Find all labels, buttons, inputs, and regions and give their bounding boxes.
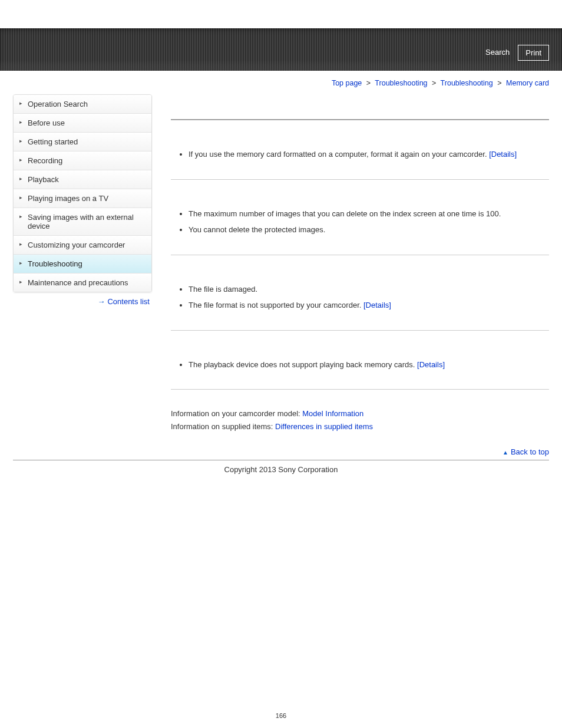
sidebar-item-playing-tv[interactable]: Playing images on a TV [14, 189, 151, 208]
details-link[interactable]: [Details] [417, 360, 445, 369]
breadcrumb: Top page > Troubleshooting > Troubleshoo… [0, 71, 562, 92]
sidebar-item-label: Maintenance and precautions [28, 278, 128, 287]
sidebar-item-label: Getting started [28, 137, 78, 146]
header-band: Search Print [0, 28, 562, 71]
model-prefix: Information on your camcorder model: [171, 409, 302, 418]
item-text: The file is damaged. [189, 285, 257, 294]
list-item: If you use the memory card formatted on … [189, 149, 549, 160]
contents-list-link[interactable]: Contents list [107, 297, 150, 306]
list-item: The playback device does not support pla… [189, 359, 549, 371]
supplied-prefix: Information on supplied items: [171, 422, 275, 431]
sidebar-item-label: Playing images on a TV [28, 194, 108, 203]
contents-list-row: →Contents list [13, 292, 152, 306]
section-format: If you use the memory card formatted on … [171, 120, 549, 176]
sidebar-item-label: Recording [28, 156, 62, 165]
breadcrumb-link-ts1[interactable]: Troubleshooting [375, 79, 427, 87]
top-spacer [0, 0, 562, 28]
list-item: The file format is not supported by your… [189, 299, 549, 311]
header-fade [0, 60, 562, 71]
breadcrumb-link-top[interactable]: Top page [332, 79, 362, 87]
breadcrumb-sep: > [432, 79, 436, 87]
sidebar-item-customizing[interactable]: Customizing your camcorder [14, 236, 151, 255]
sidebar-item-label: Before use [28, 118, 65, 127]
sidebar-item-getting-started[interactable]: Getting started [14, 133, 151, 151]
main-content: If you use the memory card formatted on … [152, 92, 549, 460]
breadcrumb-link-ts2[interactable]: Troubleshooting [441, 79, 493, 87]
sidebar-item-label: Saving images with an external device [28, 213, 134, 230]
arrow-right-icon: → [97, 297, 105, 306]
sidebar-item-before-use[interactable]: Before use [14, 114, 151, 133]
section-playback-device: The playback device does not support pla… [171, 330, 549, 386]
sidebar-item-label: Customizing your camcorder [28, 241, 125, 249]
info-block: Information on your camcorder model: Mod… [171, 389, 549, 440]
supplied-info-row: Information on supplied items: Differenc… [171, 420, 549, 433]
search-link[interactable]: Search [483, 45, 512, 61]
model-information-link[interactable]: Model Information [302, 409, 363, 418]
back-to-top-row: ▲Back to top [171, 440, 549, 460]
sidebar-item-troubleshooting[interactable]: Troubleshooting [14, 255, 151, 274]
item-text: The maximum number of images that you ca… [189, 209, 501, 218]
item-text: The file format is not supported by your… [189, 301, 363, 309]
sidebar-item-label: Troubleshooting [28, 259, 82, 268]
section-delete: The maximum number of images that you ca… [171, 179, 549, 251]
sidebar-item-playback[interactable]: Playback [14, 170, 151, 189]
header-buttons: Search Print [483, 45, 549, 61]
sidebar-item-label: Operation Search [28, 100, 88, 108]
item-text: The playback device does not support pla… [189, 360, 417, 369]
list-item: The maximum number of images that you ca… [189, 208, 549, 220]
content-wrap: Operation Search Before use Getting star… [0, 92, 562, 460]
triangle-up-icon: ▲ [503, 449, 508, 456]
sidebar-item-operation-search[interactable]: Operation Search [14, 95, 151, 114]
sidebar-item-saving-external[interactable]: Saving images with an external device [14, 208, 151, 236]
sidebar-item-maintenance[interactable]: Maintenance and precautions [14, 274, 151, 292]
back-to-top-link[interactable]: Back to top [511, 447, 549, 456]
article: If you use the memory card formatted on … [171, 119, 549, 460]
sidebar-column: Operation Search Before use Getting star… [13, 92, 152, 306]
list-item: The file is damaged. [189, 284, 549, 295]
section-file: The file is damaged. The file format is … [171, 255, 549, 327]
copyright-text: Copyright 2013 Sony Corporation [0, 460, 562, 488]
sidebar: Operation Search Before use Getting star… [13, 94, 152, 292]
sidebar-item-recording[interactable]: Recording [14, 151, 151, 170]
breadcrumb-link-memory[interactable]: Memory card [506, 79, 549, 87]
breadcrumb-sep: > [366, 79, 371, 87]
print-button[interactable]: Print [518, 45, 549, 61]
page-number: 166 [0, 488, 562, 719]
item-text: You cannot delete the protected images. [189, 225, 325, 234]
supplied-items-link[interactable]: Differences in supplied items [275, 422, 373, 431]
item-text: If you use the memory card formatted on … [189, 150, 489, 159]
details-link[interactable]: [Details] [489, 150, 517, 159]
breadcrumb-sep: > [497, 79, 501, 87]
sidebar-item-label: Playback [28, 175, 59, 184]
list-item: You cannot delete the protected images. [189, 224, 549, 236]
model-info-row: Information on your camcorder model: Mod… [171, 407, 549, 420]
details-link[interactable]: [Details] [363, 301, 391, 309]
